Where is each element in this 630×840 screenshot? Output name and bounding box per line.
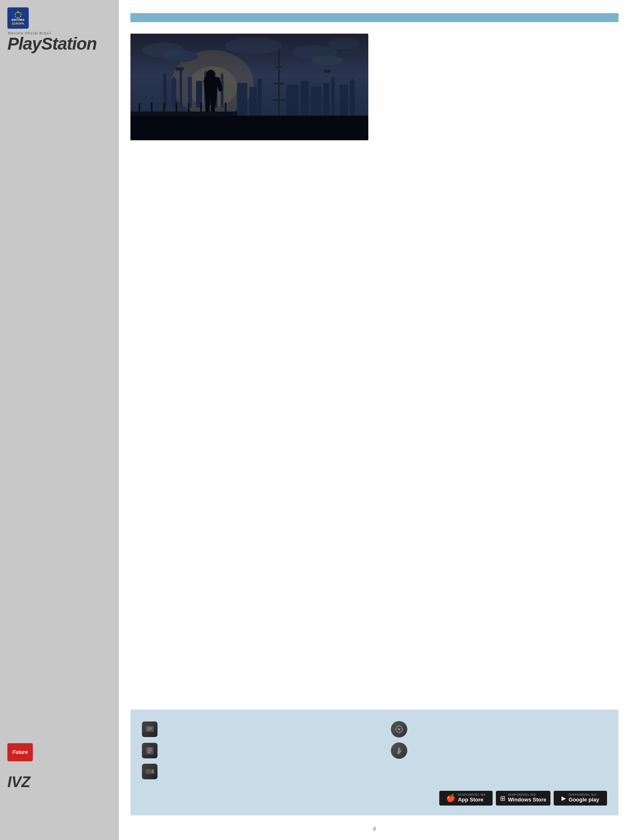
playstation-logo: PlayStation xyxy=(7,35,97,52)
app-store-text: Disponível na App Store xyxy=(458,793,486,803)
apple-icon: 🍎 xyxy=(446,794,455,803)
svg-marker-88 xyxy=(152,769,154,774)
store-badges: 🍎 Disponível na App Store ⊞ Disponível n… xyxy=(142,791,607,806)
sidebar: EDITORA EUROPA Revista Oficial Brasil Pl… xyxy=(0,0,119,840)
icon-box-1 xyxy=(142,721,158,737)
scene-svg xyxy=(130,34,368,140)
windows-store-big-text: Windows Store xyxy=(508,797,546,803)
svg-point-11 xyxy=(15,16,16,17)
svg-point-71 xyxy=(292,46,338,59)
svg-rect-59 xyxy=(258,79,262,116)
logo-area: EDITORA EUROPA Revista Oficial Brasil Pl… xyxy=(0,0,104,57)
svg-rect-31 xyxy=(276,66,282,68)
svg-point-9 xyxy=(18,17,19,18)
svg-point-7 xyxy=(21,14,21,15)
bottom-info-box: 🍎 Disponível na App Store ⊞ Disponível n… xyxy=(130,710,619,815)
icon-3-svg xyxy=(145,746,155,756)
svg-rect-56 xyxy=(130,116,368,140)
svg-rect-23 xyxy=(188,77,192,107)
icon-box-3 xyxy=(142,743,158,758)
icon-box-4 xyxy=(391,742,407,759)
svg-rect-64 xyxy=(331,79,335,116)
svg-rect-63 xyxy=(323,83,329,116)
icon-1-svg xyxy=(145,724,155,734)
svg-rect-67 xyxy=(350,81,355,116)
svg-point-8 xyxy=(20,16,21,17)
page-number: 8 xyxy=(373,826,376,832)
svg-rect-61 xyxy=(301,81,309,116)
svg-point-6 xyxy=(19,12,20,13)
svg-rect-47 xyxy=(188,103,189,115)
info-icon-item-4 xyxy=(391,742,607,759)
info-icon-item-1 xyxy=(142,721,358,737)
svg-rect-21 xyxy=(180,71,182,107)
info-icons-grid xyxy=(142,721,607,779)
svg-rect-40 xyxy=(324,70,331,73)
svg-rect-50 xyxy=(225,103,226,115)
svg-rect-66 xyxy=(340,85,348,116)
svg-rect-17 xyxy=(163,75,167,107)
google-play-text: Disponível no Google play xyxy=(568,793,599,803)
svg-rect-33 xyxy=(272,99,286,101)
game-image-area xyxy=(130,34,619,140)
icon-5-svg xyxy=(145,767,155,776)
info-icon-item-2 xyxy=(391,721,607,737)
svg-rect-32 xyxy=(274,83,284,84)
top-bar xyxy=(130,13,619,22)
info-icon-item-5 xyxy=(142,764,358,779)
svg-point-69 xyxy=(143,43,184,57)
sidebar-bottom-logos: Future IVZ xyxy=(7,743,33,791)
svg-rect-44 xyxy=(151,103,153,115)
google-play-big-text: Google play xyxy=(568,797,599,803)
ivz-logo: IVZ xyxy=(7,774,33,791)
editora-logo: EDITORA EUROPA xyxy=(7,7,29,29)
svg-rect-87 xyxy=(146,769,152,774)
svg-point-70 xyxy=(225,38,282,54)
icon-box-2 xyxy=(391,721,407,737)
svg-point-78 xyxy=(398,728,400,730)
google-play-icon: ▶ xyxy=(562,795,566,801)
info-icon-item-3 xyxy=(142,742,358,759)
svg-rect-43 xyxy=(139,103,140,115)
svg-rect-46 xyxy=(176,103,177,115)
svg-rect-60 xyxy=(286,85,299,116)
windows-store-badge[interactable]: ⊞ Disponível no Windows Store xyxy=(496,791,550,806)
app-store-badge[interactable]: 🍎 Disponível na App Store xyxy=(439,791,493,806)
svg-point-12 xyxy=(15,14,16,15)
svg-rect-41 xyxy=(130,112,237,115)
game-screenshot xyxy=(130,34,368,140)
svg-point-72 xyxy=(327,38,360,50)
svg-point-5 xyxy=(18,11,18,12)
svg-text:EDITORA: EDITORA xyxy=(11,18,24,21)
svg-rect-57 xyxy=(237,83,247,116)
app-store-big-text: App Store xyxy=(458,797,486,803)
icon-box-5 xyxy=(142,764,158,779)
future-logo: Future xyxy=(7,743,33,761)
google-play-badge[interactable]: ▶ Disponível no Google play xyxy=(554,791,607,806)
svg-rect-58 xyxy=(249,87,257,116)
svg-rect-37 xyxy=(176,67,184,71)
svg-rect-62 xyxy=(311,87,321,116)
svg-rect-48 xyxy=(200,103,202,115)
icon-4-svg xyxy=(394,746,404,756)
svg-text:EUROPA: EUROPA xyxy=(12,22,24,25)
icon-2-svg xyxy=(394,724,404,734)
svg-point-13 xyxy=(16,12,16,13)
windows-icon: ⊞ xyxy=(500,794,505,802)
svg-point-10 xyxy=(17,17,18,18)
main-content: 🍎 Disponível na App Store ⊞ Disponível n… xyxy=(119,0,630,840)
svg-rect-45 xyxy=(163,103,165,115)
windows-store-text: Disponível no Windows Store xyxy=(508,793,546,803)
